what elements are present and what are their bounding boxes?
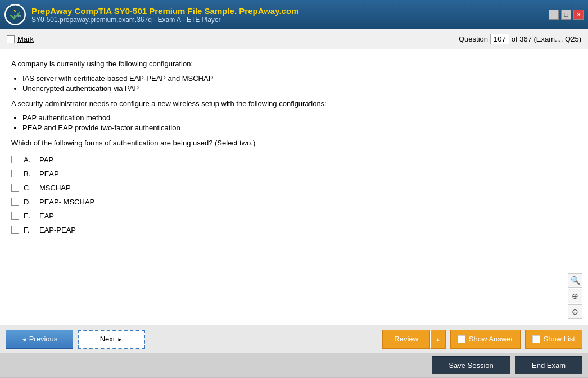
bullet-item: PAP authentication method xyxy=(22,113,577,122)
bullet-item: Unencrypted authentication via PAP xyxy=(22,84,577,93)
search-icon[interactable]: 🔍 xyxy=(568,273,582,288)
option-letter-f: F. xyxy=(24,226,35,234)
show-list-checkbox-icon xyxy=(532,335,540,343)
show-answer-label: Show Answer xyxy=(469,335,513,343)
option-letter-d: D. xyxy=(24,198,35,206)
zoom-controls: 🔍 ⊕ ⊖ xyxy=(568,273,582,319)
option-letter-a: A. xyxy=(24,156,35,164)
minimize-button[interactable]: ─ xyxy=(549,10,559,20)
option-text-a: PAP xyxy=(39,156,53,164)
bottom-bar: Previous Next Review Show Answer Show Li… xyxy=(0,325,588,353)
main-title: PrepAway CompTIA SY0-501 Premium File Sa… xyxy=(31,6,298,16)
option-letter-e: E. xyxy=(24,212,35,220)
question-text: Which of the following forms of authenti… xyxy=(11,138,577,149)
close-button[interactable]: ✕ xyxy=(573,10,584,20)
review-label: Review xyxy=(394,335,418,343)
show-answer-checkbox-icon xyxy=(458,335,465,343)
show-list-label: Show List xyxy=(544,335,575,343)
option-f[interactable]: F. EAP-PEAP xyxy=(11,226,577,234)
answer-options: A. PAP B. PEAP C. MSCHAP D. PEAP- MSCHAP… xyxy=(11,156,577,234)
review-dropdown-button[interactable] xyxy=(430,330,446,349)
end-exam-button[interactable]: End Exam xyxy=(515,356,582,374)
save-session-label: Save Session xyxy=(449,361,494,370)
option-c[interactable]: C. MSCHAP xyxy=(11,184,577,192)
bullet-item: IAS server with certificate-based EAP-PE… xyxy=(22,74,577,83)
window-controls: ─ □ ✕ xyxy=(549,10,584,20)
option-letter-c: C. xyxy=(24,184,35,192)
logo: V UMINGO xyxy=(4,4,26,25)
zoom-out-icon[interactable]: ⊖ xyxy=(568,304,582,319)
prev-arrow-icon xyxy=(21,335,27,343)
mark-label[interactable]: Mark xyxy=(17,35,34,43)
option-b[interactable]: B. PEAP xyxy=(11,170,577,178)
end-exam-label: End Exam xyxy=(532,361,566,370)
question-label: Question xyxy=(459,35,488,43)
title-text: PrepAway CompTIA SY0-501 Premium File Sa… xyxy=(31,6,298,24)
checkbox-a[interactable] xyxy=(11,156,19,163)
checkbox-f[interactable] xyxy=(11,226,19,234)
show-answer-button[interactable]: Show Answer xyxy=(450,330,521,349)
next-label: Next xyxy=(100,335,115,343)
previous-label: Previous xyxy=(29,335,58,343)
checkbox-e[interactable] xyxy=(11,212,19,220)
option-text-b: PEAP xyxy=(39,170,59,178)
bullet-item: PEAP and EAP provide two-factor authenti… xyxy=(22,124,577,132)
option-a[interactable]: A. PAP xyxy=(11,156,577,164)
main-content: A company is currently using the followi… xyxy=(0,49,588,325)
save-end-bar: Save Session End Exam xyxy=(0,353,588,377)
next-arrow-icon xyxy=(117,335,123,343)
option-text-c: MSCHAP xyxy=(39,184,71,192)
review-btn-group: Review xyxy=(382,330,446,349)
show-list-button[interactable]: Show List xyxy=(525,330,582,349)
question-total: of 367 (Exam..., Q25) xyxy=(512,35,581,43)
zoom-in-icon[interactable]: ⊕ xyxy=(568,289,582,303)
bullet-list-2: PAP authentication method PEAP and EAP p… xyxy=(22,113,577,132)
checkbox-b[interactable] xyxy=(11,170,19,177)
option-letter-b: B. xyxy=(24,170,35,178)
sub-title: SY0-501.prepaway.premium.exam.367q - Exa… xyxy=(31,16,298,24)
option-text-d: PEAP- MSCHAP xyxy=(39,198,94,206)
question-info: Question 107 of 367 (Exam..., Q25) xyxy=(459,34,581,44)
question-number: 107 xyxy=(490,34,509,44)
save-session-button[interactable]: Save Session xyxy=(432,356,510,374)
option-text-f: EAP-PEAP xyxy=(39,226,76,234)
restore-button[interactable]: □ xyxy=(561,10,571,20)
mark-checkbox[interactable] xyxy=(7,35,15,43)
checkbox-c[interactable] xyxy=(11,184,19,192)
option-text-e: EAP xyxy=(39,212,54,220)
config-intro: A security administrator needs to config… xyxy=(11,98,577,110)
previous-button[interactable]: Previous xyxy=(6,330,73,349)
mark-area: Mark xyxy=(7,35,34,43)
bullet-list-1: IAS server with certificate-based EAP-PE… xyxy=(22,74,577,93)
svg-text:V: V xyxy=(13,8,17,13)
title-bar: V UMINGO PrepAway CompTIA SY0-501 Premiu… xyxy=(0,0,588,29)
review-dropdown-icon xyxy=(435,335,441,343)
toolbar: Mark Question 107 of 367 (Exam..., Q25) xyxy=(0,29,588,49)
option-d[interactable]: D. PEAP- MSCHAP xyxy=(11,198,577,206)
question-intro: A company is currently using the followi… xyxy=(11,58,577,70)
option-e[interactable]: E. EAP xyxy=(11,212,577,220)
checkbox-d[interactable] xyxy=(11,198,19,206)
next-button[interactable]: Next xyxy=(78,330,145,349)
review-button[interactable]: Review xyxy=(382,330,430,349)
